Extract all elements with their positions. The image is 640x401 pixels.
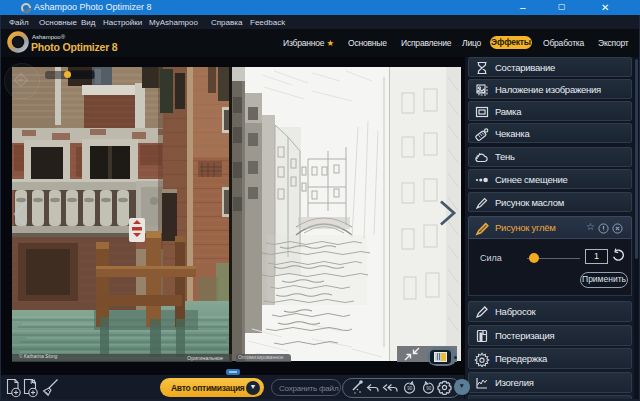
svg-text:90: 90 [407,386,413,391]
svg-text:90: 90 [426,386,432,391]
